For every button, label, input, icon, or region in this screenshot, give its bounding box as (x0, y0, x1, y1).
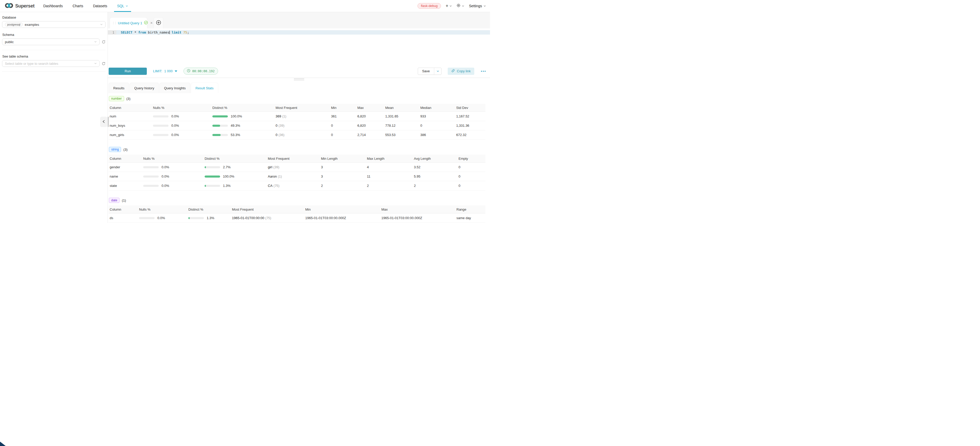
code-line-1: 1 SELECT * from birth_names limit 75; (108, 30, 490, 35)
col-header: Avg Length (413, 157, 458, 161)
chevron-down-icon (484, 5, 486, 7)
mean-cell: 778.12 (384, 124, 419, 127)
table-header: Column Nulls % Distinct % Most Frequent … (109, 205, 485, 213)
nav-sql[interactable]: SQL (117, 0, 128, 12)
most-frequent-cell: 1965-01-01T00:00:00(75) (231, 216, 304, 220)
table-row: state 0.0% 1.3% CA(75) 2 2 2 0 (109, 181, 485, 191)
save-button[interactable]: Save (418, 68, 434, 75)
table-row: name 0.0% 100.0% Aaron(1) 3 11 5.95 0 (109, 172, 485, 181)
save-options-button[interactable] (434, 68, 441, 75)
new-menu[interactable]: + (445, 3, 452, 8)
schema-label: Schema (2, 33, 105, 37)
distinct-cell: 100.0% (211, 114, 275, 118)
sidebar-divider (2, 72, 105, 72)
table-row: num_girls 0.0% 53.3% 0(36) 0 2,714 553.5… (109, 131, 485, 140)
most-frequent-cell: 0(39) (275, 124, 330, 127)
min-cell: 1965-01-01T03:00:00.000Z (304, 216, 380, 220)
nav-charts[interactable]: Charts (73, 0, 83, 12)
refresh-schemas-icon[interactable] (102, 40, 105, 44)
result-tabs: Results Query history Query Insights Res… (109, 83, 490, 93)
col-header: Nulls % (152, 106, 211, 110)
distinct-cell: 100.0% (204, 174, 267, 178)
sql-number: 75 (181, 30, 187, 34)
table-row: gender 0.0% 2.7% girl(39) 3 4 3.52 0 (109, 162, 485, 172)
more-options-icon[interactable] (480, 70, 486, 73)
tab-query-insights[interactable]: Query Insights (159, 83, 191, 93)
section-number: number (3) Column Nulls % Distinct % Mos… (109, 96, 485, 140)
col-header: Column (109, 157, 142, 161)
superset-logo[interactable]: Superset (5, 3, 35, 10)
plus-circle-icon (156, 20, 161, 26)
empty-cell: 0 (458, 184, 485, 188)
nulls-bar (153, 125, 169, 127)
theme-menu[interactable] (457, 3, 464, 8)
sql-operator: * (132, 30, 138, 34)
add-tab-button[interactable] (154, 17, 163, 29)
most-frequent-cell: 369(1) (275, 114, 330, 118)
query-tab[interactable]: ⋮⋮ Untitled Query 1 ✕ (110, 17, 147, 29)
distinct-bar (205, 175, 220, 178)
panel-resize-handle[interactable] (294, 78, 304, 80)
refresh-tables-icon[interactable] (102, 62, 105, 65)
col-header: Distinct % (204, 157, 267, 161)
close-tab-icon[interactable]: ✕ (150, 21, 153, 25)
chevron-left-icon (102, 120, 105, 124)
nav-dashboards[interactable]: Dashboards (43, 0, 63, 12)
chevron-down-icon (462, 5, 464, 7)
tab-query-history[interactable]: Query history (129, 83, 159, 93)
table-search-input[interactable] (5, 62, 92, 65)
main-nav: Dashboards Charts Datasets SQL (43, 0, 128, 12)
database-value: examples (25, 23, 98, 27)
sidebar-resize-handle[interactable] (108, 117, 109, 127)
type-count: (1) (122, 199, 126, 202)
tab-result-stats[interactable]: Result Stats (191, 83, 218, 93)
copy-link-button[interactable]: Copy link (448, 68, 474, 75)
avg-length-cell: 3.52 (413, 165, 458, 169)
median-cell: 933 (419, 114, 455, 118)
nulls-pct: 0.0% (162, 184, 169, 188)
min-cell: 361 (330, 114, 356, 118)
collapse-sidebar-button[interactable] (100, 117, 107, 127)
col-header: Min (304, 207, 380, 211)
tab-results[interactable]: Results (109, 83, 129, 93)
nulls-bar (143, 166, 159, 168)
sql-semicolon: ; (187, 30, 189, 34)
min-cell: 0 (330, 124, 356, 127)
type-count: (3) (123, 148, 127, 151)
type-badge-number: number (109, 96, 124, 101)
chevron-down-icon (126, 5, 128, 7)
distinct-pct: 1.3% (223, 184, 231, 188)
query-timer: 00:00:00.192 (183, 68, 218, 75)
limit-label: LIMIT: (153, 69, 162, 73)
sql-editor[interactable]: 1 SELECT * from birth_names limit 75; (108, 29, 490, 65)
run-button[interactable]: Run (109, 68, 147, 75)
nav-datasets[interactable]: Datasets (93, 0, 107, 12)
max-cell: 6,820 (356, 124, 384, 127)
most-frequent-cell: girl(39) (267, 165, 320, 169)
col-header: Min (330, 106, 356, 110)
database-label: Database (2, 16, 105, 19)
table-select[interactable] (2, 60, 100, 67)
col-header: Most Frequent (231, 207, 304, 211)
table-header: Column Nulls % Distinct % Most Frequent … (109, 104, 485, 112)
schema-select[interactable]: public (2, 38, 100, 45)
query-tabstrip: ⋮⋮ Untitled Query 1 ✕ (108, 12, 490, 29)
col-header: Mean (384, 106, 419, 110)
table-row: ds 0.0% 1.3% 1965-01-01T00:00:00(75) 196… (109, 213, 485, 223)
database-select[interactable]: postgresql examples (2, 21, 105, 28)
most-frequent-cell: 0(36) (275, 133, 330, 137)
top-nav: Superset Dashboards Charts Datasets SQL … (0, 0, 490, 12)
type-badge-string: string (109, 147, 121, 152)
most-frequent-cell: CA(75) (267, 184, 320, 188)
limit-dropdown[interactable]: LIMIT: 1 000 (153, 69, 177, 73)
chevron-down-icon (437, 70, 439, 72)
result-stats-panel: number (3) Column Nulls % Distinct % Mos… (108, 93, 490, 223)
line-number: 1 (108, 30, 116, 35)
nulls-pct: 0.0% (171, 114, 179, 118)
settings-menu[interactable]: Settings (469, 4, 486, 8)
max-length-cell: 4 (366, 165, 413, 169)
nulls-pct: 0.0% (158, 216, 165, 220)
nulls-bar (143, 185, 159, 187)
nulls-cell: 0.0% (152, 124, 211, 127)
col-header: Std Dev (455, 106, 485, 110)
